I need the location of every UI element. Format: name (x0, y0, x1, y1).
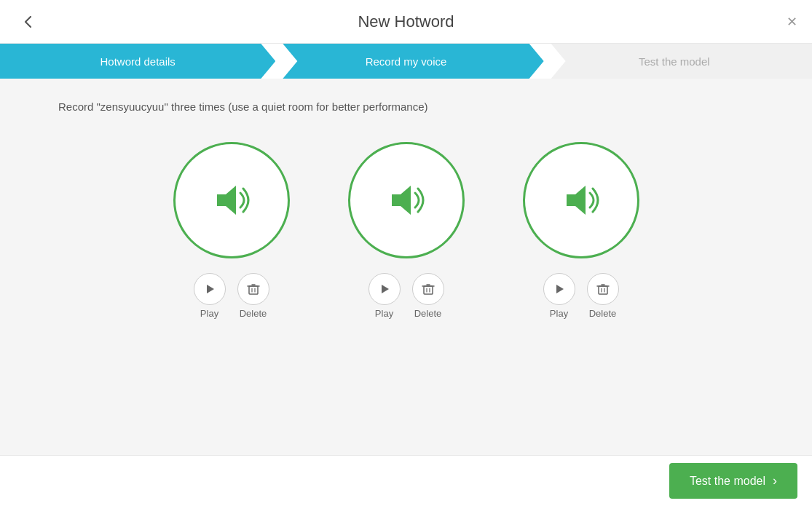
svg-marker-1 (207, 285, 214, 293)
back-button[interactable] (15, 11, 42, 33)
step-record-voice-label: Record my voice (366, 55, 447, 68)
record-controls-3: Play Delete (543, 273, 619, 319)
step-record-voice[interactable]: Record my voice (268, 44, 543, 79)
svg-marker-8 (382, 285, 389, 293)
instruction-text: Record "zensyuucyuu" three times (use a … (58, 100, 754, 113)
play-circle-3 (543, 273, 575, 305)
recordings-container: Play Delete (58, 142, 754, 319)
svg-rect-9 (424, 286, 433, 294)
record-circle-2[interactable] (348, 142, 465, 258)
speaker-icon-3 (559, 178, 603, 222)
play-circle-1 (194, 273, 226, 305)
svg-marker-0 (217, 186, 236, 215)
window-title: New Hotword (358, 12, 454, 31)
main-content: Record "zensyuucyuu" three times (use a … (0, 79, 812, 455)
play-icon-1 (204, 283, 216, 295)
delete-button-2[interactable]: Delete (412, 273, 444, 319)
steps-bar: Hotword details Record my voice Test the… (0, 44, 812, 79)
speaker-icon-2 (385, 178, 428, 222)
delete-label-3: Delete (589, 308, 617, 319)
record-circle-1[interactable] (173, 142, 290, 258)
play-icon-3 (553, 283, 565, 295)
step-test-model[interactable]: Test the model (537, 44, 812, 79)
footer: Test the model › (0, 455, 812, 506)
recording-item-3: Play Delete (523, 142, 639, 319)
step-hotword-details[interactable]: Hotword details (0, 44, 275, 79)
svg-marker-14 (567, 186, 586, 215)
play-button-2[interactable]: Play (368, 273, 401, 319)
arrow-right-icon: › (773, 473, 777, 489)
play-label-1: Play (200, 308, 218, 319)
delete-circle-2 (412, 273, 444, 305)
svg-marker-7 (392, 186, 411, 215)
record-controls-1: Play Delete (194, 273, 269, 319)
test-model-label: Test the model (690, 475, 765, 488)
header: New Hotword ✕ (0, 0, 812, 44)
trash-icon-3 (596, 282, 610, 296)
svg-marker-15 (556, 285, 564, 293)
close-button[interactable]: ✕ (787, 14, 797, 30)
play-label-2: Play (375, 308, 393, 319)
play-button-3[interactable]: Play (543, 273, 575, 319)
delete-circle-3 (587, 273, 619, 305)
speaker-icon-1 (210, 178, 253, 222)
delete-label-2: Delete (414, 308, 442, 319)
play-label-3: Play (550, 308, 568, 319)
play-button-1[interactable]: Play (194, 273, 226, 319)
record-controls-2: Play Delete (368, 273, 444, 319)
trash-icon-1 (247, 282, 260, 296)
svg-rect-16 (599, 286, 607, 294)
svg-rect-2 (249, 286, 258, 294)
recording-item-2: Play Delete (348, 142, 465, 319)
delete-button-3[interactable]: Delete (587, 273, 619, 319)
delete-circle-1 (237, 273, 269, 305)
recording-item-1: Play Delete (173, 142, 290, 319)
step-hotword-details-label: Hotword details (100, 55, 175, 68)
trash-icon-2 (422, 282, 435, 296)
play-circle-2 (368, 273, 401, 305)
delete-button-1[interactable]: Delete (237, 273, 269, 319)
test-model-button[interactable]: Test the model › (669, 463, 797, 499)
delete-label-1: Delete (240, 308, 267, 319)
record-circle-3[interactable] (523, 142, 639, 258)
play-icon-2 (379, 283, 390, 295)
step-test-model-label: Test the model (639, 55, 710, 68)
app-window: New Hotword ✕ Hotword details Record my … (0, 0, 812, 506)
